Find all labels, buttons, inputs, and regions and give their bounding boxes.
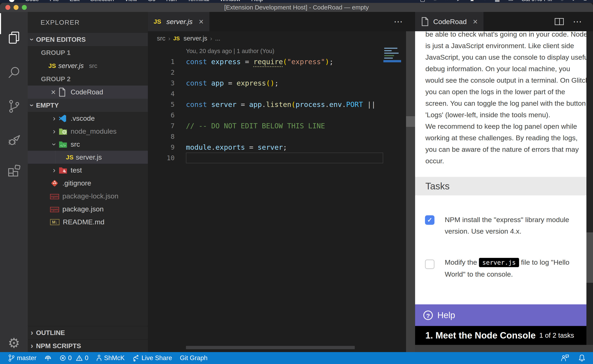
menubar-status-icon[interactable]: ▲ [469,0,475,3]
menubar-status-icon[interactable]: ⌗ [433,0,437,3]
tree-item-package-lock-json[interactable]: npmpackage-lock.json [28,190,148,202]
tree-item-package-json[interactable]: npmpackage.json [28,202,148,215]
chevron-right-icon[interactable]: › [28,328,36,337]
split-editor-icon[interactable] [555,18,564,25]
sash-scrollbar-thumb[interactable] [406,116,415,127]
menubar-status-icon[interactable]: ≡ [584,0,587,3]
tab-close-icon[interactable]: × [473,17,478,26]
tree-item--gitignore[interactable]: .gitignore [28,177,148,190]
open-editor-item-coderoad[interactable]: ×CodeRoad [28,85,148,99]
code-line-2[interactable]: 2 [148,67,415,78]
activity-bar-extensions-icon[interactable] [0,159,28,182]
section-open-editors[interactable]: ›OPEN EDITORS [28,33,148,46]
chevron-right-icon[interactable]: › [50,114,58,123]
menubar-status-icon[interactable]: ➤ [456,0,461,3]
activity-bar-explorer-icon[interactable] [0,26,28,49]
menu-item-file[interactable]: File [50,0,59,3]
apple-menu-icon[interactable] [9,0,14,2]
code-line-8[interactable]: 8 [148,131,415,142]
settings-gear-icon[interactable]: ⚙ [0,332,28,354]
notifications-bell-icon[interactable] [578,354,586,362]
chevron-right-icon[interactable]: › [50,166,58,175]
code-line-6[interactable]: 6 [148,110,415,121]
menu-item-selection[interactable]: Selection [90,0,114,3]
tab-coderoad[interactable]: CodeRoad × [415,12,483,31]
code-editor[interactable]: You, 20 days ago | 1 author (You) 1const… [148,46,415,352]
code-line-7[interactable]: 7// -- DO NOT EDIT BELOW THIS LINE [148,121,415,131]
tree-item-test[interactable]: ›test [28,164,148,177]
section-npm-scripts[interactable]: ›NPM SCRIPTS [28,339,148,352]
close-editor-icon[interactable]: × [48,88,58,97]
code-line-10[interactable]: 10 [148,153,415,163]
sidebar-content: ›OPEN EDITORSGROUP 1JSserver.jssrcGROUP … [28,33,148,228]
codelens-authors[interactable]: You, 20 days ago | 1 author (You) [186,46,274,56]
chevron-right-icon[interactable]: › [28,342,36,350]
token [207,79,211,87]
menu-item-terminal[interactable]: Terminal [187,0,209,3]
editor-actions-more-icon[interactable]: ⋯ [394,20,404,24]
webview-scrollbar-track[interactable] [586,31,593,345]
chevron-down-icon[interactable]: › [28,101,36,109]
horizontal-scrollbar[interactable] [186,346,355,349]
section-folder-empty[interactable]: ›EMPTY [28,99,148,112]
sync-changes-button[interactable] [44,355,52,362]
tree-item-readme-md[interactable]: M↓README.md [28,215,148,228]
menu-item-edit[interactable]: Edit [70,0,80,3]
code-line-4[interactable]: 4 [148,88,415,99]
code-line-3[interactable]: 3const app = express(); [148,78,415,88]
minimap[interactable] [383,46,401,84]
section-label: NPM SCRIPTS [36,342,81,350]
breadcrumb-item--[interactable]: ... [215,35,220,42]
menu-item-go[interactable]: Go [148,0,155,3]
problems-status[interactable]: 0 0 [60,354,88,362]
live-share-button[interactable]: Live Share [132,354,172,362]
activity-bar-source-control-icon[interactable] [0,95,28,118]
webview-scrollbar-thumb[interactable] [586,232,593,283]
open-editor-item-server-js[interactable]: JSserver.jssrc [28,59,148,72]
menu-item-help[interactable]: Help [251,0,263,3]
menubar-status-icon[interactable]: ◐ [572,0,575,3]
activity-bar-search-icon[interactable] [0,61,28,84]
menu-item-run[interactable]: Run [166,0,177,3]
section-outline[interactable]: ›OUTLINE [28,326,148,339]
chevron-down-icon[interactable]: › [28,35,36,44]
paragraph-line: We recommend to keep the log panel open … [425,121,574,132]
token: ; [274,79,279,87]
code-line-1[interactable]: 1const express = require("express"); [148,56,415,67]
editor-panel-sash[interactable] [406,31,415,352]
tree-item-src[interactable]: ›</>src [28,138,148,151]
menu-item-code[interactable]: Code [25,0,39,3]
line-number: 1 [148,56,175,67]
help-button[interactable]: ? Help [415,304,586,326]
menubar-status-icon[interactable]: ◔ [445,0,448,3]
token: = [237,100,249,109]
menubar-status-icon[interactable]: ▭ [508,0,513,3]
menubar-status-icon[interactable]: ▢ [420,0,425,3]
tree-item--vscode[interactable]: ›.vscode [28,112,148,125]
chevron-down-icon[interactable]: › [50,140,59,149]
git-branch-status[interactable]: master [8,354,36,362]
menu-item-window[interactable]: Window [220,0,240,3]
tab-close-icon[interactable]: × [199,17,203,26]
code-line-5[interactable]: 5const server = app.listen(process.env.P… [148,99,415,110]
menubar-status-icon[interactable]: ◌ [560,0,564,3]
panel-actions-more-icon[interactable]: ⋯ [573,20,583,24]
feedback-icon[interactable] [561,354,569,362]
account-status[interactable]: ShMcK [96,354,125,362]
tab-server-js[interactable]: JS server.js × [148,12,209,31]
menubar-status-icon[interactable]: ▦ [495,0,500,3]
tree-item-node_modules[interactable]: ›JSnode_modules [28,125,148,138]
token: const [186,79,207,87]
breadcrumb-item-src[interactable]: src [157,35,165,42]
activity-bar-run-debug-icon[interactable] [0,128,28,151]
tree-item-server-js[interactable]: JSserver.js [28,151,148,164]
task-text: Modify the server.js file to log "Hello … [445,256,570,280]
lesson-bar[interactable]: 1. Meet the Node Console 1 of 2 tasks [415,326,586,345]
minimap-selection [383,60,401,62]
menu-item-view[interactable]: View [125,0,137,3]
chevron-right-icon[interactable]: › [50,127,58,136]
git-graph-button[interactable]: Git Graph [180,354,207,362]
code-line-9[interactable]: 9module.exports = server; [148,142,415,153]
breadcrumb-item-server-js[interactable]: server.js [183,35,207,42]
menubar-status-icon[interactable]: ⌁ [483,0,486,3]
